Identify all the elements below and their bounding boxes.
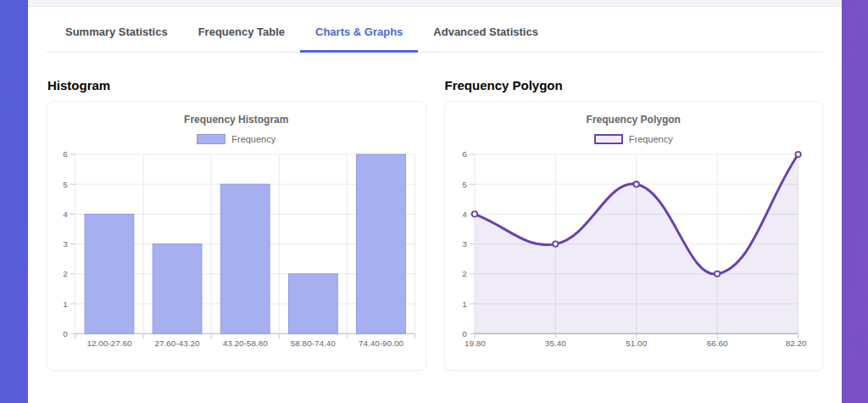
data-point	[471, 211, 476, 216]
x-axis-label: 19.80	[464, 339, 485, 348]
histogram-chart-title: Frequency Histogram	[47, 114, 426, 126]
x-axis-label: 12.00-27.60	[86, 339, 132, 348]
y-axis-label: 6	[63, 149, 68, 159]
polygon-chart-title: Frequency Polygon	[445, 114, 823, 126]
y-axis-label: 6	[462, 149, 467, 159]
polygon-canvas[interactable]: 012345619.8035.4051.0066.6082.20	[445, 146, 823, 354]
x-axis-label: 74.40-90.00	[359, 339, 404, 348]
histogram-legend-label: Frequency	[231, 134, 275, 144]
histogram-bar	[288, 274, 337, 333]
charts-grid: Histogram Frequency Histogram Frequency …	[47, 78, 823, 371]
histogram-canvas[interactable]: 012345612.00-27.6027.60-43.2043.20-58.80…	[47, 146, 426, 354]
polygon-legend[interactable]: Frequency	[445, 134, 823, 144]
y-axis-label: 4	[462, 210, 467, 219]
histogram-section: Histogram Frequency Histogram Frequency …	[47, 78, 426, 371]
polygon-legend-swatch	[594, 134, 623, 144]
x-axis-label: 35.40	[544, 339, 565, 348]
x-axis-label: 43.20-58.80	[223, 339, 269, 348]
frequency-polygon-card: Frequency Polygon Frequency 012345619.80…	[444, 101, 824, 371]
histogram-heading: Histogram	[47, 78, 426, 92]
tab-bar: Summary Statistics Frequency Table Chart…	[47, 7, 823, 53]
x-axis-label: 82.20	[785, 339, 806, 348]
y-axis-label: 4	[63, 210, 68, 219]
histogram-bar	[220, 184, 270, 333]
tab-summary-statistics[interactable]: Summary Statistics	[50, 7, 183, 53]
x-axis-label: 66.60	[706, 339, 727, 348]
histogram-legend-swatch	[197, 134, 225, 144]
y-axis-label: 2	[462, 269, 467, 278]
main-panel: Summary Statistics Frequency Table Chart…	[28, 0, 842, 403]
y-axis-label: 3	[462, 239, 467, 249]
top-edge-strip	[28, 0, 842, 7]
x-axis-label: 27.60-43.20	[155, 339, 201, 348]
tab-charts-graphs[interactable]: Charts & Graphs	[300, 7, 418, 53]
y-axis-label: 1	[462, 299, 467, 309]
y-axis-label: 5	[462, 180, 467, 189]
histogram-legend[interactable]: Frequency	[47, 134, 426, 144]
y-axis-label: 0	[63, 329, 68, 339]
y-axis-label: 1	[63, 299, 68, 309]
frequency-polygon-section: Frequency Polygon Frequency Polygon Freq…	[444, 78, 824, 371]
x-axis-label: 58.80-74.40	[291, 339, 337, 348]
tab-advanced-statistics[interactable]: Advanced Statistics	[418, 7, 554, 53]
y-axis-label: 5	[63, 180, 68, 189]
data-point	[714, 271, 719, 277]
tab-frequency-table[interactable]: Frequency Table	[183, 7, 300, 53]
y-axis-label: 3	[63, 239, 68, 249]
x-axis-label: 51.00	[626, 339, 647, 348]
histogram-bar	[357, 154, 406, 333]
polygon-legend-label: Frequency	[629, 134, 673, 144]
data-point	[795, 152, 800, 157]
data-point	[553, 241, 558, 246]
histogram-bar	[85, 214, 134, 333]
y-axis-label: 2	[63, 269, 68, 278]
histogram-bar	[153, 244, 202, 334]
histogram-card: Frequency Histogram Frequency 012345612.…	[47, 101, 426, 371]
y-axis-label: 0	[462, 329, 467, 339]
data-point	[633, 182, 638, 187]
frequency-polygon-heading: Frequency Polygon	[445, 78, 824, 92]
